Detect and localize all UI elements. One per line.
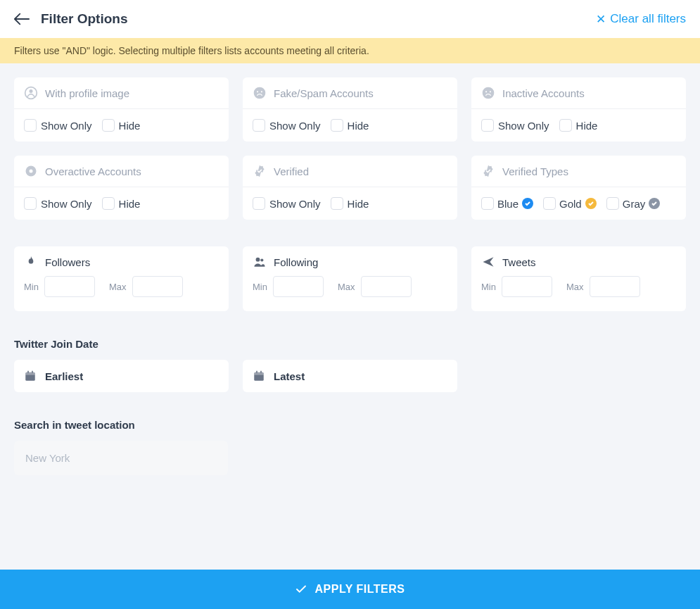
verified-gray-option[interactable]: Gray	[606, 197, 661, 210]
earliest-label: Earliest	[45, 370, 83, 382]
checkbox[interactable]	[481, 119, 494, 132]
earliest-date-button[interactable]: Earliest	[14, 360, 229, 392]
checkbox[interactable]	[606, 197, 619, 210]
card-header: Verified Types	[471, 156, 686, 187]
hide-option[interactable]: Hide	[331, 197, 369, 210]
apply-label: APPLY FILTERS	[314, 583, 405, 596]
apply-filters-button[interactable]: APPLY FILTERS	[0, 570, 700, 609]
checkbox[interactable]	[481, 197, 494, 210]
show-only-option[interactable]: Show Only	[481, 119, 549, 132]
show-only-label: Show Only	[41, 198, 92, 210]
svg-rect-14	[27, 371, 29, 374]
card-title: Fake/Spam Accounts	[274, 87, 374, 99]
sad-face-icon	[253, 86, 267, 100]
card-header: Overactive Accounts	[14, 156, 229, 187]
svg-rect-15	[32, 371, 33, 374]
card-header: Tweets	[471, 246, 686, 273]
min-group: Min	[253, 276, 324, 297]
join-date-section-title: Twitter Join Date	[14, 338, 686, 350]
profile-icon	[24, 86, 38, 100]
tweets-max-input[interactable]	[590, 276, 640, 297]
card-header: Fake/Spam Accounts	[243, 77, 457, 109]
blue-label: Blue	[497, 198, 518, 210]
hide-label: Hide	[576, 120, 598, 132]
checkbox[interactable]	[24, 119, 37, 132]
followers-min-input[interactable]	[44, 276, 95, 297]
svg-point-11	[260, 258, 263, 261]
checkbox[interactable]	[253, 119, 265, 132]
verified-gold-option[interactable]: Gold	[543, 197, 597, 210]
show-only-option[interactable]: Show Only	[253, 197, 321, 210]
card-body: Show Only Hide	[471, 109, 686, 142]
checkbox[interactable]	[331, 119, 343, 132]
checkbox[interactable]	[331, 197, 343, 210]
card-header: With profile image	[14, 77, 229, 109]
show-only-option[interactable]: Show Only	[24, 119, 92, 132]
card-tweets: Tweets Min Max	[471, 246, 686, 311]
max-label: Max	[109, 282, 127, 292]
svg-rect-13	[25, 372, 35, 375]
svg-rect-18	[256, 371, 257, 374]
card-followers: Followers Min Max	[14, 246, 229, 311]
card-title: Overactive Accounts	[45, 165, 141, 177]
tweets-min-input[interactable]	[502, 276, 552, 297]
svg-point-4	[261, 91, 262, 92]
card-verified-types: Verified Types Blue Gold Gray	[471, 156, 686, 220]
content: With profile image Show Only Hide Fake/S…	[0, 63, 700, 489]
gear-icon	[24, 164, 38, 178]
card-body: Blue Gold Gray	[471, 187, 686, 220]
checkbox[interactable]	[102, 197, 115, 210]
verified-badge-icon	[253, 164, 267, 178]
calendar-icon	[253, 370, 265, 382]
following-min-input[interactable]	[273, 276, 324, 297]
svg-point-7	[490, 91, 491, 92]
stats-body: Min Max	[14, 273, 229, 311]
hide-option[interactable]: Hide	[559, 119, 598, 132]
show-only-option[interactable]: Show Only	[24, 197, 92, 210]
following-max-input[interactable]	[361, 276, 412, 297]
svg-point-9	[30, 170, 33, 173]
max-label: Max	[338, 282, 355, 292]
latest-date-button[interactable]: Latest	[243, 360, 457, 392]
stats-body: Min Max	[471, 273, 686, 311]
card-body: Show Only Hide	[14, 109, 229, 142]
checkbox[interactable]	[24, 197, 37, 210]
card-body: Show Only Hide	[14, 187, 229, 220]
hide-option[interactable]: Hide	[102, 197, 141, 210]
blue-badge-icon	[522, 198, 533, 209]
followers-max-input[interactable]	[132, 276, 183, 297]
max-group: Max	[566, 276, 640, 297]
svg-point-5	[483, 87, 495, 99]
svg-point-6	[485, 91, 487, 92]
checkbox[interactable]	[559, 119, 572, 132]
gold-badge-icon	[585, 198, 597, 209]
checkbox[interactable]	[543, 197, 556, 210]
join-date-row: Earliest Latest	[14, 360, 686, 392]
location-section-title: Search in tweet location	[14, 419, 686, 431]
checkbox[interactable]	[102, 119, 115, 132]
show-only-option[interactable]: Show Only	[253, 119, 321, 132]
send-icon	[481, 255, 495, 269]
show-only-label: Show Only	[498, 120, 549, 132]
clear-all-filters-button[interactable]: ✕ Clear all filters	[596, 12, 686, 26]
stats-body: Min Max	[243, 273, 457, 311]
checkbox[interactable]	[253, 197, 265, 210]
verified-blue-option[interactable]: Blue	[481, 197, 533, 210]
svg-rect-19	[260, 371, 262, 374]
info-banner: Filters use "AND" logic. Selecting multi…	[0, 38, 700, 63]
fire-icon	[24, 255, 38, 269]
min-label: Min	[24, 282, 39, 292]
card-title: Verified	[274, 165, 309, 177]
svg-point-1	[30, 89, 33, 93]
latest-label: Latest	[274, 370, 305, 382]
back-arrow-icon[interactable]	[14, 13, 30, 25]
card-header: Verified	[243, 156, 457, 187]
hide-option[interactable]: Hide	[102, 119, 141, 132]
gray-label: Gray	[623, 198, 646, 210]
hide-option[interactable]: Hide	[331, 119, 369, 132]
show-only-label: Show Only	[269, 120, 321, 132]
card-body: Show Only Hide	[243, 109, 457, 142]
card-fake-spam: Fake/Spam Accounts Show Only Hide	[243, 77, 457, 142]
location-search-input[interactable]	[14, 441, 228, 475]
close-icon: ✕	[596, 13, 606, 25]
